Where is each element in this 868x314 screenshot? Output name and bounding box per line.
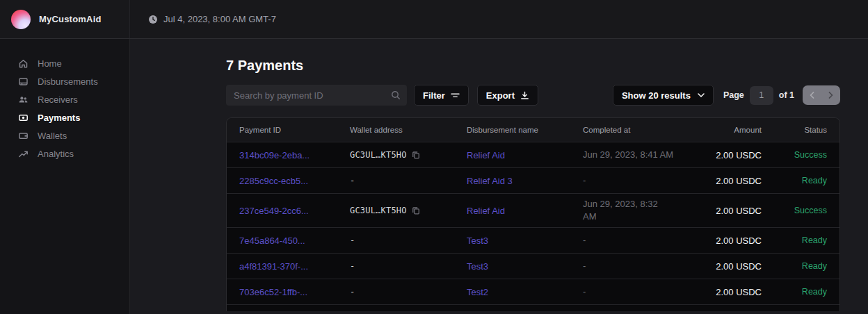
- amount: 2.00 USDC: [691, 287, 767, 297]
- sidebar-item-label: Wallets: [38, 131, 67, 141]
- amount: 2.00 USDC: [691, 261, 767, 272]
- toolbar: Filter Export Show 20 results Pag: [226, 85, 840, 106]
- payment-id-link[interactable]: a4f81391-370f-...: [239, 261, 308, 272]
- brand-logo-icon: [11, 10, 31, 29]
- table-row: 7e45a864-450... - Test3 - 2.00 USDC Read…: [227, 227, 839, 253]
- column-header-completed-at: Completed at: [583, 126, 691, 134]
- table-row-partial: [227, 304, 839, 311]
- page-title: 7 Payments: [226, 56, 840, 75]
- page-label: Page: [723, 90, 744, 100]
- copy-icon[interactable]: [412, 151, 420, 159]
- payments-table-body: 314bc09e-2eba... GC3UL…KT5HO Relief Aid …: [227, 142, 839, 304]
- table-header-row: Payment ID Wallet address Disbursement n…: [227, 118, 839, 142]
- sidebar-item-analytics[interactable]: Analytics: [0, 144, 129, 163]
- next-page-button[interactable]: [827, 90, 835, 100]
- search-icon: [391, 90, 401, 103]
- filter-lines-icon: [451, 92, 460, 99]
- sidebar-item-label: Receivers: [38, 94, 78, 105]
- sidebar-nav: Home Disbursements Receivers Payments: [0, 54, 129, 163]
- completed-at: -: [583, 234, 691, 247]
- sidebar-item-receivers[interactable]: Receivers: [0, 90, 129, 108]
- completed-at: Jun 29, 2023, 8:32 AM: [583, 198, 691, 223]
- results-per-page-dropdown[interactable]: Show 20 results: [613, 85, 714, 106]
- topbar: MyCustomAid Jul 4, 2023, 8:00 AM GMT-7: [0, 0, 868, 39]
- brand[interactable]: MyCustomAid: [0, 0, 130, 38]
- table-row: 703e6c52-1ffb-... - Test2 - 2.00 USDC Re…: [227, 279, 839, 304]
- previous-page-button[interactable]: [808, 90, 816, 100]
- sidebar: Home Disbursements Receivers Payments: [0, 39, 130, 314]
- table-row: 237ce549-2cc6... GC3UL…KT5HO Relief Aid …: [227, 193, 839, 227]
- sidebar-item-disbursements[interactable]: Disbursements: [0, 72, 129, 90]
- disbursement-link[interactable]: Relief Aid 3: [467, 176, 513, 186]
- sidebar-item-label: Home: [38, 58, 62, 69]
- disbursements-icon: [18, 76, 29, 87]
- page-total-label: of 1: [779, 90, 794, 100]
- disbursement-link[interactable]: Test2: [467, 287, 488, 297]
- sidebar-item-label: Payments: [38, 113, 80, 123]
- page-number-input[interactable]: [750, 86, 773, 105]
- main-content: 7 Payments Filter Export: [130, 39, 868, 314]
- search-input[interactable]: [226, 85, 407, 106]
- wallet-address: -: [350, 287, 355, 297]
- completed-at: -: [583, 286, 691, 298]
- status-badge: Success: [767, 150, 840, 160]
- wallet-address: GC3UL…KT5HO: [350, 150, 407, 160]
- status-badge: Ready: [767, 287, 840, 297]
- status-badge: Success: [767, 206, 840, 215]
- status-badge: Ready: [767, 261, 840, 271]
- pagination-controls: Show 20 results Page of 1: [613, 85, 840, 106]
- home-icon: [18, 58, 29, 69]
- disbursement-link[interactable]: Relief Aid: [467, 206, 505, 216]
- filter-button-label: Filter: [423, 90, 445, 101]
- completed-at: -: [583, 260, 691, 272]
- column-header-status: Status: [767, 126, 840, 134]
- chevron-down-icon: [698, 93, 705, 97]
- wallet-address: -: [350, 261, 355, 271]
- receivers-icon: [18, 94, 29, 105]
- export-button-label: Export: [486, 90, 515, 101]
- payments-icon: [18, 113, 29, 123]
- table-row: 2285c9cc-ecb5... - Relief Aid 3 - 2.00 U…: [227, 167, 839, 193]
- disbursement-link[interactable]: Test3: [467, 236, 488, 246]
- completed-at: Jun 29, 2023, 8:41 AM: [583, 149, 691, 161]
- sidebar-item-home[interactable]: Home: [0, 54, 129, 72]
- download-icon: [520, 91, 529, 100]
- payments-table: Payment ID Wallet address Disbursement n…: [226, 117, 840, 311]
- pager: [803, 85, 840, 105]
- payment-id-link[interactable]: 237ce549-2cc6...: [239, 206, 309, 216]
- chevron-left-icon: [810, 92, 814, 99]
- table-row: a4f81391-370f-... - Test3 - 2.00 USDC Re…: [227, 253, 839, 279]
- status-badge: Ready: [767, 236, 840, 245]
- wallet-address: GC3UL…KT5HO: [350, 206, 407, 215]
- app-root: MyCustomAid Jul 4, 2023, 8:00 AM GMT-7 H…: [0, 0, 868, 314]
- sidebar-item-label: Analytics: [38, 149, 74, 159]
- payment-id-link[interactable]: 7e45a864-450...: [239, 236, 305, 246]
- payment-id-link[interactable]: 314bc09e-2eba...: [239, 150, 310, 160]
- payment-id-link[interactable]: 2285c9cc-ecb5...: [239, 176, 308, 186]
- session-datetime-label: Jul 4, 2023, 8:00 AM GMT-7: [163, 14, 276, 24]
- column-header-amount: Amount: [691, 126, 767, 134]
- sidebar-item-label: Disbursements: [38, 76, 98, 87]
- column-header-payment-id: Payment ID: [227, 126, 350, 134]
- amount: 2.00 USDC: [691, 206, 767, 216]
- sidebar-item-payments[interactable]: Payments: [0, 108, 129, 126]
- copy-icon[interactable]: [412, 206, 420, 215]
- completed-at: -: [583, 174, 691, 187]
- clock-icon: [148, 15, 158, 24]
- brand-name: MyCustomAid: [39, 14, 102, 24]
- status-badge: Ready: [767, 176, 840, 185]
- export-button[interactable]: Export: [477, 85, 538, 106]
- amount: 2.00 USDC: [691, 150, 767, 160]
- results-per-page-label: Show 20 results: [622, 90, 691, 101]
- search-box: [226, 85, 407, 106]
- table-row: 314bc09e-2eba... GC3UL…KT5HO Relief Aid …: [227, 142, 839, 167]
- payment-id-link[interactable]: 703e6c52-1ffb-...: [239, 287, 307, 297]
- disbursement-link[interactable]: Test3: [467, 261, 488, 272]
- analytics-icon: [18, 149, 29, 159]
- disbursement-link[interactable]: Relief Aid: [467, 150, 505, 160]
- filter-button[interactable]: Filter: [414, 85, 469, 106]
- wallet-address: -: [350, 176, 355, 185]
- session-datetime: Jul 4, 2023, 8:00 AM GMT-7: [148, 14, 276, 24]
- amount: 2.00 USDC: [691, 176, 767, 186]
- sidebar-item-wallets[interactable]: Wallets: [0, 126, 129, 144]
